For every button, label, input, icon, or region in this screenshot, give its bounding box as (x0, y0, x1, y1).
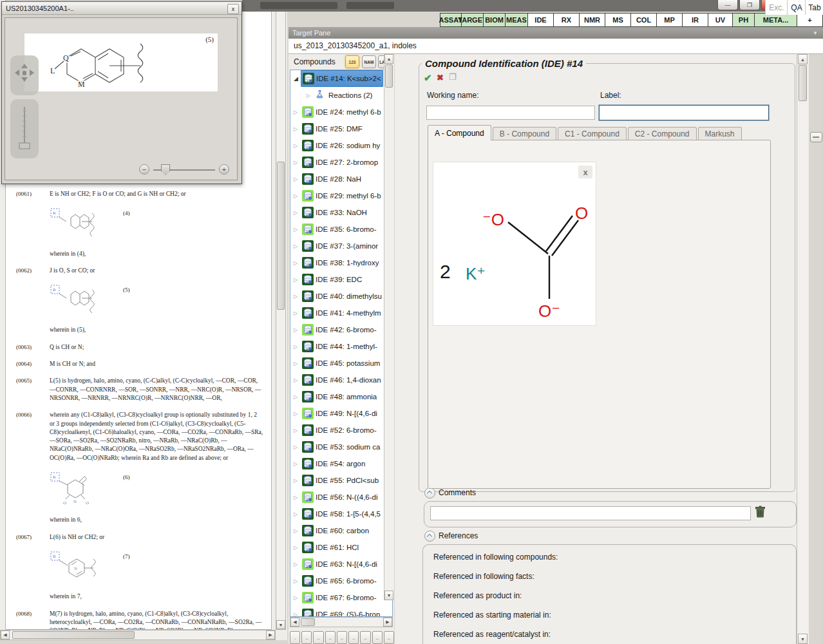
expander-closed-icon[interactable]: ▷ (294, 277, 301, 283)
tree-item-compound[interactable]: ▷IDE #48: ammonia (290, 388, 392, 405)
tree-item-compound[interactable]: ▷IDE #28: NaH (290, 171, 392, 187)
tree-item-compound[interactable]: ▷IDE #24: methyl 6-b (290, 104, 392, 120)
expander-closed-icon[interactable]: ▷ (294, 344, 301, 350)
tree-item-compound[interactable]: ▷IDE #37: 3-(aminor (290, 238, 392, 254)
expander-closed-icon[interactable]: ▷ (294, 143, 301, 149)
expander-closed-icon[interactable]: ▷ (294, 578, 301, 584)
scroll-up-icon[interactable]: ▲ (384, 54, 393, 64)
tree-item-compound[interactable]: ▷IDE #61: HCl (290, 539, 392, 556)
module-tab-[interactable]: + (797, 13, 823, 27)
expander-closed-icon[interactable]: ▷ (294, 545, 301, 551)
expander-open-icon[interactable]: ◢ (294, 75, 301, 82)
structure-canvas[interactable]: ⁻O O O⁻ 2 K⁺ (433, 162, 596, 326)
module-tab-meta[interactable]: META... (755, 13, 797, 27)
tree-item-compound[interactable]: ◢IDE #14: K<sub>2< (290, 70, 392, 87)
tree-item-compound[interactable]: ▷IDE #58: 1-[5-(4,4,5 (290, 506, 392, 522)
scrollbar-thumb[interactable] (301, 618, 315, 626)
expander-closed-icon[interactable]: ▷ (294, 394, 301, 400)
tree-item-compound[interactable]: ▷IDE #40: dimethylsu (290, 288, 392, 305)
tree-item-compound[interactable]: ▷IDE #65: 6-bromo- (290, 573, 392, 589)
tree-item-compound[interactable]: ▷IDE #29: methyl 6-b (290, 187, 392, 204)
tree-item-compound[interactable]: ▷IDE #60: carbon (290, 522, 392, 539)
comments-input[interactable] (430, 506, 751, 520)
scroll-down-icon[interactable]: ▼ (798, 634, 808, 644)
chevron-down-icon[interactable]: ▼ (813, 30, 818, 36)
structure-viewer-window[interactable]: US20130345200A1-.. x Q L M (1, 1, 242, 184)
reject-icon[interactable]: ✖ (437, 73, 444, 82)
copy-icon[interactable]: ❐ (449, 72, 457, 82)
tree-item-compound[interactable]: ▷IDE #63: N-[(4,6-di (290, 556, 392, 573)
minimize-button[interactable]: — (717, 0, 738, 10)
module-tab-meas[interactable]: MEAS (506, 13, 528, 27)
scrollbar-thumb[interactable] (799, 65, 807, 101)
pager-button[interactable]: .. (348, 631, 359, 644)
expander-closed-icon[interactable]: ▷ (294, 444, 301, 450)
module-tab-ms[interactable]: MS (605, 13, 631, 27)
scroll-left-icon[interactable]: ◀ (1, 630, 10, 639)
tree-item-compound[interactable]: ▷IDE #54: argon (290, 455, 392, 472)
tree-item-compound[interactable]: ▷IDE #45: potassium (290, 355, 392, 372)
expander-closed-icon[interactable]: ▷ (294, 243, 301, 249)
tree-item-compound[interactable]: ▷IDE #69: (S)-6-bron (290, 606, 392, 617)
module-tab-ir[interactable]: IR (683, 13, 708, 27)
document-vertical-scrollbar[interactable]: ▲ ▼ (276, 0, 286, 630)
expander-closed-icon[interactable]: ▷ (294, 411, 301, 417)
tab-c1-compound[interactable]: C1 - Compound (558, 127, 627, 140)
expander-closed-icon[interactable]: ▷ (294, 528, 301, 534)
tree-item-compound[interactable]: ▷IDE #42: 6-bromo- (290, 321, 392, 338)
pager-button[interactable]: .. (372, 631, 383, 644)
label-input[interactable] (599, 105, 769, 120)
expander-closed-icon[interactable]: ▷ (294, 478, 301, 484)
clear-structure-button[interactable]: x (578, 166, 592, 178)
module-tab-uv[interactable]: UV (708, 13, 733, 27)
pager-button[interactable]: .. (301, 631, 312, 644)
tree-item-compound[interactable]: ▷IDE #67: 6-bromo- (290, 589, 392, 606)
confirm-icon[interactable]: ✔ (424, 72, 432, 84)
expander-closed-icon[interactable]: ▷ (294, 562, 301, 567)
expander-closed-icon[interactable]: ▷ (294, 227, 301, 232)
zoom-out-button[interactable]: − (139, 164, 149, 175)
module-tab-rx[interactable]: RX (554, 13, 580, 27)
zoom-slider-vertical[interactable] (10, 99, 39, 158)
expander-closed-icon[interactable]: ▷ (294, 461, 301, 467)
module-tab-biom[interactable]: BIOM (484, 13, 506, 27)
module-tab-ph[interactable]: PH (733, 13, 755, 27)
tree-item-compound[interactable]: ▷IDE #56: N-((4,6-di (290, 489, 392, 506)
expander-closed-icon[interactable]: ▷ (294, 495, 301, 500)
expander-closed-icon[interactable]: ▷ (294, 428, 301, 433)
tree-item-compound[interactable]: ▷IDE #33: NaOH (290, 204, 392, 221)
viewer-close-button[interactable]: x (227, 4, 239, 14)
tree-item-compound[interactable]: ▷IDE #55: PdCl<sub (290, 472, 392, 489)
exc-button[interactable]: Exc. (765, 0, 788, 15)
tree-item-compound[interactable]: ▷IDE #52: 6-bromo- (290, 422, 392, 439)
tree-item-compound[interactable]: ▷IDE #25: DMF (290, 120, 392, 137)
tab-button[interactable]: Tab (805, 0, 823, 15)
pager-button[interactable]: .. (325, 631, 336, 644)
scroll-up-icon[interactable]: ▲ (798, 54, 808, 64)
zoom-slider-thumb[interactable] (161, 164, 170, 175)
zoom-in-button[interactable]: + (219, 164, 229, 175)
tree-item-compound[interactable]: ▷IDE #38: 1-hydroxy (290, 254, 392, 271)
expander-closed-icon[interactable]: ▷ (294, 310, 301, 316)
module-tab-ide[interactable]: IDE (528, 13, 554, 27)
module-tab-col[interactable]: COL (631, 13, 657, 27)
scrollbar-thumb[interactable] (12, 631, 135, 639)
module-tab-mp[interactable]: MP (657, 13, 683, 27)
splitter-grip[interactable] (810, 132, 822, 142)
viewer-titlebar[interactable]: US20130345200A1-.. (2, 2, 241, 15)
scroll-right-icon[interactable]: ▶ (266, 630, 275, 639)
expander-closed-icon[interactable]: ▷ (294, 160, 301, 166)
comments-collapse-toggle[interactable] (424, 488, 435, 498)
expander-closed-icon[interactable]: ▷ (294, 327, 301, 333)
tree-item-compound[interactable]: ▷IDE #46: 1,4-dioxan (290, 372, 392, 388)
tree-item-compound[interactable]: ▷IDE #41: 4-methylm (290, 305, 392, 321)
scroll-left-icon[interactable]: ◀ (290, 618, 299, 627)
expander-closed-icon[interactable]: ▷ (294, 595, 301, 601)
tab-b-compound[interactable]: B - Compound (493, 127, 556, 140)
expander-closed-icon[interactable]: ▷ (294, 210, 301, 216)
tree-item-compound[interactable]: ▷IDE #35: 6-bromo- (290, 221, 392, 238)
tree-item-compound[interactable]: ▷IDE #53: sodium ca (290, 439, 392, 455)
restore-button[interactable]: ❐ (739, 0, 760, 10)
name-view-button[interactable]: NAM (362, 55, 376, 68)
delete-comment-icon[interactable] (755, 506, 766, 520)
